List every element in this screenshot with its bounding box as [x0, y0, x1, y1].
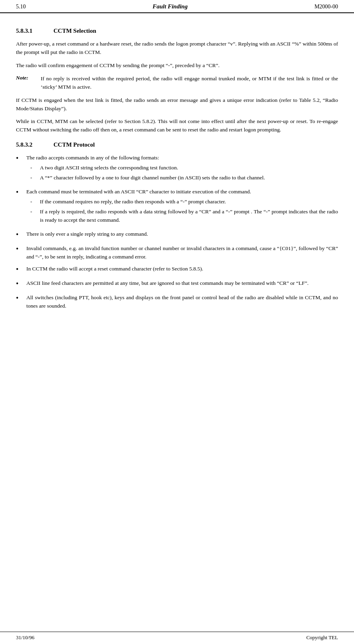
bullet-item-6: • ASCII line feed characters are permitt…	[16, 279, 338, 290]
sub-content-1-2: A “*” character followed by a one to fou…	[40, 174, 338, 182]
sub-content-2-1: If the command requires no reply, the ra…	[40, 198, 338, 206]
page: 5.10 Fault Finding M2000-00 5.8.3.1 CCTM…	[0, 0, 354, 644]
bullet-content-1: The radio accepts commands in any of the…	[26, 154, 338, 184]
bullet-symbol-3: •	[16, 229, 22, 241]
sub-dash-2-1: -	[30, 198, 36, 206]
bullet-symbol-5: •	[16, 264, 22, 275]
bullet-symbol-7: •	[16, 293, 22, 304]
section-title-header: Fault Finding	[152, 3, 188, 10]
page-header: 5.10 Fault Finding M2000-00	[0, 0, 354, 13]
bullet-symbol-1: •	[16, 153, 22, 164]
page-footer: 31/10/96 Copyright TEL	[0, 632, 354, 644]
bullet-content-4: Invalid commands, e.g. an invalid functi…	[26, 244, 338, 261]
doc-id: M2000-00	[314, 4, 338, 10]
section-5832-num: 5.8.3.2	[16, 141, 44, 148]
footer-copyright: Copyright TEL	[306, 634, 338, 641]
bullet-content-5: In CCTM the radio will accept a reset co…	[26, 265, 338, 273]
note-text: If no reply is received within the requi…	[41, 75, 338, 91]
page-number: 5.10	[16, 4, 26, 10]
section-5831-para2: The radio will confirm engagement of CCT…	[16, 62, 338, 70]
note-label: Note:	[16, 75, 37, 91]
sub-content-1-1: A two digit ASCII string selects the cor…	[40, 164, 338, 172]
bullet-content-7: All switches (including PTT, hook etc), …	[26, 294, 338, 310]
section-5831-heading: 5.8.3.1 CCTM Selection	[16, 28, 338, 34]
bullet-item-5: • In CCTM the radio will accept a reset …	[16, 265, 338, 275]
sub-dash-1-1: -	[30, 164, 36, 172]
section-5831-num: 5.8.3.1	[16, 28, 44, 34]
sub-dash-2-2: -	[30, 208, 36, 216]
bullet-item-3: • There is only ever a single reply stri…	[16, 230, 338, 241]
sub-item-1-1: - A two digit ASCII string selects the c…	[26, 164, 338, 172]
bullet-item-7: • All switches (including PTT, hook etc)…	[16, 294, 338, 310]
sub-content-2-2: If a reply is required, the radio respon…	[40, 208, 338, 225]
bullet-item-1: • The radio accepts commands in any of t…	[16, 154, 338, 184]
section-5831-para4: While in CCTM, MTM can be selected (refe…	[16, 117, 338, 134]
bullet-item-2: • Each command must be terminated with a…	[16, 188, 338, 226]
section-5831-para1: After power-up, a reset command or a har…	[16, 40, 338, 57]
bullet-item-4: • Invalid commands, e.g. an invalid func…	[16, 244, 338, 261]
sub-list-1: - A two digit ASCII string selects the c…	[26, 164, 338, 182]
section-5832-title: CCTM Protocol	[53, 141, 95, 148]
bullet-content-6: ASCII line feed characters are permitted…	[26, 279, 338, 288]
bullet-symbol-4: •	[16, 244, 22, 255]
sub-item-2-1: - If the command requires no reply, the …	[26, 198, 338, 206]
protocol-bullet-list: • The radio accepts commands in any of t…	[16, 154, 338, 310]
sub-item-2-2: - If a reply is required, the radio resp…	[26, 208, 338, 225]
footer-date: 31/10/96	[16, 634, 34, 641]
bullet-content-3: There is only ever a single reply string…	[26, 230, 338, 239]
bullet-symbol-2: •	[16, 187, 22, 198]
section-5831-para3: If CCTM is engaged when the test link is…	[16, 96, 338, 113]
bullet-symbol-6: •	[16, 278, 22, 290]
sub-dash-1-2: -	[30, 174, 36, 182]
main-content: 5.8.3.1 CCTM Selection After power-up, a…	[0, 13, 354, 338]
sub-item-1-2: - A “*” character followed by a one to f…	[26, 174, 338, 182]
bullet-content-2: Each command must be terminated with an …	[26, 188, 338, 226]
section-5831-title: CCTM Selection	[53, 28, 96, 34]
sub-list-2: - If the command requires no reply, the …	[26, 198, 338, 225]
note-block: Note: If no reply is received within the…	[16, 75, 338, 91]
section-5832-heading: 5.8.3.2 CCTM Protocol	[16, 141, 338, 148]
